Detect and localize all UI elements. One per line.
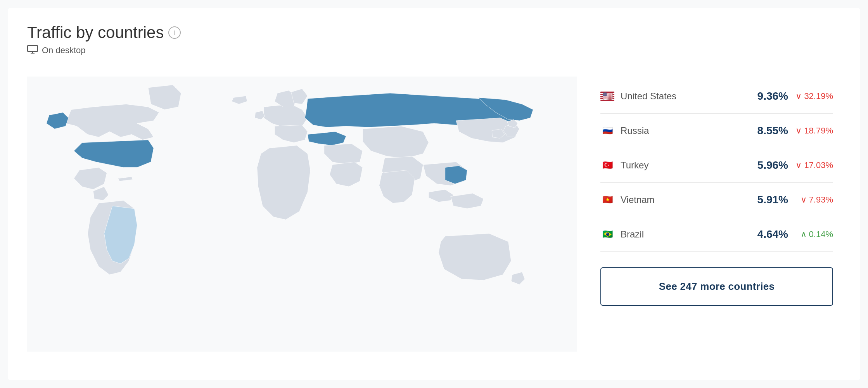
flag-vn: 🇻🇳 <box>600 195 614 204</box>
see-more-button[interactable]: See 247 more countries <box>600 267 833 306</box>
info-icon[interactable]: i <box>168 26 181 39</box>
svg-rect-0 <box>28 45 38 52</box>
country-name: Russia <box>621 125 743 136</box>
country-row: 🇺🇸 United States 9.36% ∨ 32.19% <box>600 79 833 114</box>
traffic-card: Traffic by countries i On desktop <box>8 8 860 380</box>
desktop-icon <box>27 45 38 56</box>
page-title: Traffic by countries <box>27 23 164 42</box>
flag-ru: 🇷🇺 <box>600 126 614 135</box>
country-row: 🇹🇷 Turkey 5.96% ∨ 17.03% <box>600 148 833 183</box>
subtitle-text: On desktop <box>42 45 86 55</box>
country-change: ∨ 7.93% <box>794 195 833 205</box>
country-change: ∧ 0.14% <box>794 229 833 239</box>
countries-list: 🇺🇸 United States 9.36% ∨ 32.19% 🇷🇺 Russi… <box>600 79 833 252</box>
world-map <box>27 64 577 365</box>
country-row: 🇻🇳 Vietnam 5.91% ∨ 7.93% <box>600 183 833 217</box>
country-change: ∨ 32.19% <box>794 91 833 101</box>
flag-tr: 🇹🇷 <box>600 161 614 170</box>
country-name: Turkey <box>621 160 743 171</box>
country-percentage: 8.55% <box>749 125 788 137</box>
country-percentage: 4.64% <box>749 228 788 241</box>
flag-us: 🇺🇸 <box>600 92 614 101</box>
country-percentage: 9.36% <box>749 90 788 102</box>
country-row: 🇧🇷 Brazil 4.64% ∧ 0.14% <box>600 217 833 252</box>
flag-br: 🇧🇷 <box>600 230 614 239</box>
card-header: Traffic by countries i <box>27 23 841 42</box>
country-name: United States <box>621 91 743 102</box>
content-area: 🇺🇸 United States 9.36% ∨ 32.19% 🇷🇺 Russi… <box>27 64 841 365</box>
country-percentage: 5.96% <box>749 159 788 171</box>
country-name: Brazil <box>621 229 743 240</box>
country-name: Vietnam <box>621 194 743 205</box>
countries-sidebar: 🇺🇸 United States 9.36% ∨ 32.19% 🇷🇺 Russi… <box>577 64 841 365</box>
country-percentage: 5.91% <box>749 194 788 206</box>
country-row: 🇷🇺 Russia 8.55% ∨ 18.79% <box>600 114 833 148</box>
country-change: ∨ 17.03% <box>794 160 833 170</box>
subtitle: On desktop <box>27 45 841 56</box>
country-change: ∨ 18.79% <box>794 126 833 136</box>
